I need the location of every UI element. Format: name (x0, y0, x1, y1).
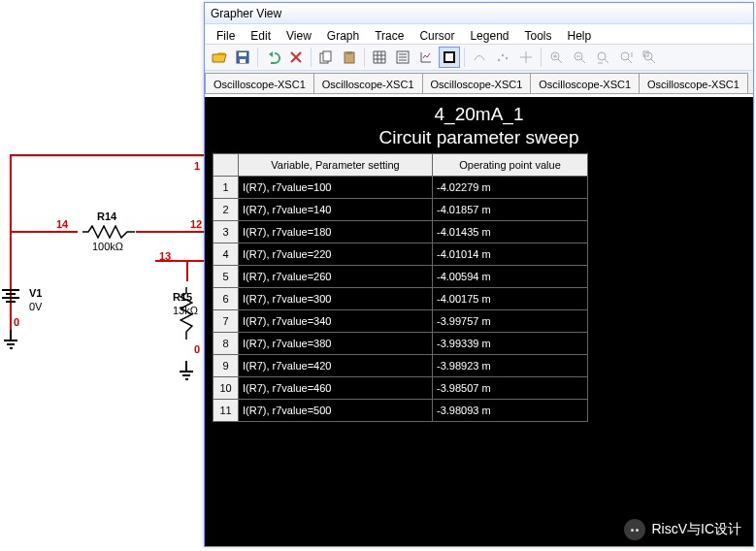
svg-point-12 (506, 57, 508, 59)
net-14: 14 (56, 218, 68, 230)
table-row[interactable]: 9I(R7), r7value=420-3.98923 m (214, 354, 588, 376)
row-number[interactable]: 8 (214, 332, 239, 354)
table-row[interactable]: 10I(R7), r7value=460-3.98507 m (214, 376, 588, 399)
cell-value[interactable]: -4.00175 m (433, 287, 588, 309)
cell-value[interactable]: -3.98507 m (433, 376, 588, 399)
table-row[interactable]: 8I(R7), r7value=380-3.99339 m (214, 332, 588, 354)
zoom-out-icon[interactable] (569, 47, 590, 68)
row-number[interactable]: 2 (214, 198, 239, 220)
chart-title-line2: Circuit parameter sweep (379, 127, 579, 147)
menubar: File Edit View Graph Trace Cursor Legend… (205, 24, 753, 44)
cell-variable[interactable]: I(R7), r7value=220 (239, 243, 433, 265)
net-12: 12 (190, 218, 202, 230)
cell-variable[interactable]: I(R7), r7value=460 (239, 376, 433, 399)
tab-xsc1-1[interactable]: Oscilloscope-XSC1 (205, 73, 314, 94)
table-row[interactable]: 4I(R7), r7value=220-4.01014 m (214, 243, 588, 265)
net-0b: 0 (194, 343, 200, 355)
watermark: RiscV与IC设计 (624, 519, 741, 540)
menu-help[interactable]: Help (560, 26, 600, 42)
row-number[interactable]: 1 (214, 176, 239, 198)
grid-icon[interactable] (369, 47, 390, 68)
cell-variable[interactable]: I(R7), r7value=300 (239, 287, 433, 309)
black-bg-icon[interactable] (439, 47, 460, 68)
row-number[interactable]: 10 (214, 376, 239, 399)
row-number[interactable]: 3 (214, 220, 239, 243)
col-header-value[interactable]: Operating point value (433, 153, 588, 176)
delete-icon[interactable] (285, 47, 307, 68)
zoom-x-icon[interactable] (592, 47, 613, 68)
tab-xsc1-5[interactable]: Oscilloscope-XSC1 (639, 73, 748, 94)
cell-value[interactable]: -4.01435 m (433, 220, 588, 243)
menu-legend[interactable]: Legend (462, 26, 516, 42)
row-number[interactable]: 5 (214, 265, 239, 287)
toolbar (205, 44, 753, 71)
table-corner[interactable] (214, 153, 239, 176)
zoom-y-icon[interactable] (615, 47, 637, 68)
cell-variable[interactable]: I(R7), r7value=140 (239, 198, 433, 220)
row-number[interactable]: 7 (214, 309, 239, 332)
table-row[interactable]: 3I(R7), r7value=180-4.01435 m (214, 220, 588, 243)
table-row[interactable]: 1I(R7), r7value=100-4.02279 m (214, 176, 588, 198)
menu-cursor[interactable]: Cursor (411, 26, 462, 42)
paste-icon[interactable] (339, 47, 360, 68)
cell-variable[interactable]: I(R7), r7value=500 (239, 399, 433, 421)
cursor-icon[interactable] (515, 47, 537, 68)
table-row[interactable]: 11I(R7), r7value=500-3.98093 m (214, 399, 588, 421)
table-row[interactable]: 5I(R7), r7value=260-4.00594 m (214, 265, 588, 287)
svg-rect-2 (240, 59, 246, 63)
row-number[interactable]: 9 (214, 354, 239, 376)
table-row[interactable]: 6I(R7), r7value=300-4.00175 m (214, 287, 588, 309)
row-number[interactable]: 4 (214, 243, 239, 265)
cell-value[interactable]: -4.01857 m (433, 198, 588, 220)
col-header-variable[interactable]: Variable, Parameter setting (239, 153, 433, 176)
menu-view[interactable]: View (279, 26, 319, 42)
menu-edit[interactable]: Edit (243, 26, 279, 42)
v1-name: V1 (29, 287, 42, 299)
undo-icon[interactable] (262, 47, 283, 68)
tabstrip: Oscilloscope-XSC1 Oscilloscope-XSC1 Osci… (205, 71, 753, 94)
save-icon[interactable] (232, 47, 253, 68)
cell-variable[interactable]: I(R7), r7value=380 (239, 332, 433, 354)
cell-value[interactable]: -3.99339 m (433, 332, 588, 354)
zoom-fit-icon[interactable] (639, 47, 660, 68)
tab-xsc1-3[interactable]: Oscilloscope-XSC1 (422, 73, 532, 94)
row-number[interactable]: 11 (214, 399, 239, 421)
zoom-in-icon[interactable] (545, 47, 567, 68)
copy-icon[interactable] (315, 47, 337, 68)
menu-tools[interactable]: Tools (516, 26, 559, 42)
cell-value[interactable]: -4.02279 m (433, 176, 588, 198)
cell-value[interactable]: -4.00594 m (433, 265, 588, 287)
cell-variable[interactable]: I(R7), r7value=340 (239, 309, 433, 332)
watermark-text: RiscV与IC设计 (651, 521, 741, 538)
row-number[interactable]: 6 (214, 287, 239, 309)
menu-graph[interactable]: Graph (319, 26, 367, 42)
schematic-canvas: V1 0V R14 100kΩ R15 13kΩ 14 12 13 1 0 0 (0, 0, 204, 551)
result-table: Variable, Parameter setting Operating po… (213, 153, 588, 422)
r15-name: R15 (173, 291, 192, 303)
legend-icon[interactable] (392, 47, 413, 68)
line-icon[interactable] (469, 47, 490, 68)
axes-icon[interactable] (415, 47, 437, 68)
tab-xsc1-4[interactable]: Oscilloscope-XSC1 (530, 73, 640, 94)
cell-value[interactable]: -4.01014 m (433, 243, 588, 265)
cell-variable[interactable]: I(R7), r7value=180 (239, 220, 433, 243)
cell-variable[interactable]: I(R7), r7value=260 (239, 265, 433, 287)
cell-value[interactable]: -3.98923 m (433, 354, 588, 376)
cell-value[interactable]: -3.99757 m (433, 309, 588, 332)
r14-name: R14 (97, 211, 116, 222)
cell-value[interactable]: -3.98093 m (433, 399, 588, 421)
window-title: Grapher View (205, 3, 753, 24)
cell-variable[interactable]: I(R7), r7value=420 (239, 354, 433, 376)
v1-value: 0V (29, 301, 42, 312)
r15-value: 13kΩ (173, 305, 198, 316)
scatter-icon[interactable] (492, 47, 513, 68)
menu-file[interactable]: File (209, 26, 243, 42)
tab-xsc1-2[interactable]: Oscilloscope-XSC1 (313, 73, 423, 94)
table-row[interactable]: 2I(R7), r7value=140-4.01857 m (214, 198, 588, 220)
open-icon[interactable] (209, 47, 230, 68)
net-0a: 0 (14, 316, 19, 328)
table-row[interactable]: 7I(R7), r7value=340-3.99757 m (214, 309, 588, 332)
menu-trace[interactable]: Trace (367, 26, 411, 42)
svg-point-15 (598, 52, 606, 60)
cell-variable[interactable]: I(R7), r7value=100 (239, 176, 433, 198)
